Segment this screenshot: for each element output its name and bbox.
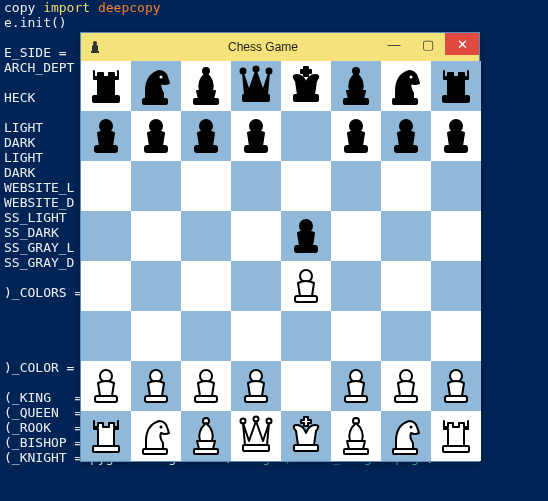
board-square[interactable] [181,211,231,261]
board-square[interactable] [331,261,381,311]
white-pawn-icon[interactable] [81,361,131,411]
white-pawn-icon[interactable] [131,361,181,411]
white-bishop-icon[interactable] [331,411,381,461]
board-square[interactable] [431,111,481,161]
board-square[interactable] [181,261,231,311]
board-square[interactable] [281,411,331,461]
board-square[interactable] [281,161,331,211]
black-pawn-icon[interactable] [331,111,381,161]
board-square[interactable] [231,411,281,461]
board-square[interactable] [81,311,131,361]
board-square[interactable] [81,161,131,211]
board-square[interactable] [231,311,281,361]
board-square[interactable] [381,411,431,461]
board-square[interactable] [181,361,231,411]
white-pawn-icon[interactable] [181,361,231,411]
board-square[interactable] [331,361,381,411]
board-square[interactable] [381,61,431,111]
board-square[interactable] [381,211,431,261]
black-bishop-icon[interactable] [331,61,381,111]
board-square[interactable] [131,161,181,211]
board-square[interactable] [131,261,181,311]
black-king-icon[interactable] [281,61,331,111]
board-square[interactable] [331,61,381,111]
board-square[interactable] [431,311,481,361]
white-knight-icon[interactable] [381,411,431,461]
white-queen-icon[interactable] [231,411,281,461]
board-square[interactable] [181,61,231,111]
board-square[interactable] [281,361,331,411]
board-square[interactable] [181,311,231,361]
board-square[interactable] [281,311,331,361]
board-square[interactable] [131,111,181,161]
maximize-button[interactable]: ▢ [411,33,445,55]
board-square[interactable] [331,311,381,361]
board-square[interactable] [181,111,231,161]
board-square[interactable] [431,161,481,211]
black-knight-icon[interactable] [381,61,431,111]
black-knight-icon[interactable] [131,61,181,111]
board-square[interactable] [431,361,481,411]
board-square[interactable] [131,411,181,461]
board-square[interactable] [81,411,131,461]
black-pawn-icon[interactable] [381,111,431,161]
black-bishop-icon[interactable] [181,61,231,111]
board-square[interactable] [281,111,331,161]
board-square[interactable] [231,261,281,311]
board-square[interactable] [381,161,431,211]
board-square[interactable] [281,61,331,111]
board-square[interactable] [431,411,481,461]
black-pawn-icon[interactable] [81,111,131,161]
close-button[interactable]: ✕ [445,33,479,55]
board-square[interactable] [381,111,431,161]
board-square[interactable] [131,61,181,111]
board-square[interactable] [81,361,131,411]
black-pawn-icon[interactable] [281,211,331,261]
board-square[interactable] [381,311,431,361]
white-knight-icon[interactable] [131,411,181,461]
black-pawn-icon[interactable] [231,111,281,161]
black-queen-icon[interactable] [231,61,281,111]
white-rook-icon[interactable] [431,411,481,461]
board-square[interactable] [181,411,231,461]
white-pawn-icon[interactable] [431,361,481,411]
board-square[interactable] [231,211,281,261]
board-square[interactable] [231,361,281,411]
board-square[interactable] [81,261,131,311]
board-square[interactable] [431,261,481,311]
black-rook-icon[interactable] [431,61,481,111]
board-square[interactable] [281,261,331,311]
chess-board[interactable] [81,61,481,461]
board-square[interactable] [331,161,381,211]
board-square[interactable] [281,211,331,261]
white-pawn-icon[interactable] [281,261,331,311]
board-square[interactable] [331,111,381,161]
board-square[interactable] [231,161,281,211]
black-pawn-icon[interactable] [431,111,481,161]
board-square[interactable] [381,261,431,311]
board-square[interactable] [331,411,381,461]
board-square[interactable] [131,211,181,261]
white-pawn-icon[interactable] [331,361,381,411]
board-square[interactable] [81,211,131,261]
minimize-button[interactable]: — [377,33,411,55]
board-square[interactable] [431,211,481,261]
white-pawn-icon[interactable] [381,361,431,411]
titlebar[interactable]: Chess Game — ▢ ✕ [81,33,479,61]
black-pawn-icon[interactable] [131,111,181,161]
board-square[interactable] [81,111,131,161]
board-square[interactable] [131,361,181,411]
board-square[interactable] [131,311,181,361]
board-square[interactable] [431,61,481,111]
board-square[interactable] [81,61,131,111]
board-square[interactable] [331,211,381,261]
board-square[interactable] [381,361,431,411]
white-rook-icon[interactable] [81,411,131,461]
board-square[interactable] [231,61,281,111]
white-bishop-icon[interactable] [181,411,231,461]
board-square[interactable] [181,161,231,211]
black-pawn-icon[interactable] [181,111,231,161]
white-king-icon[interactable] [281,411,331,461]
white-pawn-icon[interactable] [231,361,281,411]
board-square[interactable] [231,111,281,161]
